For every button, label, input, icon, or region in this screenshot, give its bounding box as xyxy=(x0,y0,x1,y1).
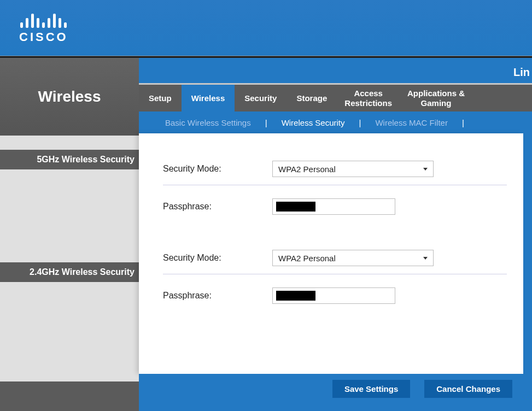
masked-value xyxy=(276,291,315,301)
page-title: Wireless xyxy=(0,58,139,136)
section-label-5ghz: 5GHz Wireless Security xyxy=(0,150,139,169)
input-5ghz-passphrase[interactable] xyxy=(272,198,395,215)
right-column: Lin Setup Wireless Security Storage Acce… xyxy=(139,58,532,411)
header: CISCO xyxy=(0,0,532,56)
cancel-changes-button[interactable]: Cancel Changes xyxy=(424,380,512,398)
chevron-down-icon xyxy=(423,168,428,171)
device-name-partial: Lin xyxy=(513,66,530,79)
label-24ghz-security-mode: Security Mode: xyxy=(163,253,272,263)
left-spacer xyxy=(0,169,139,262)
row-24ghz-passphrase: Passphrase: xyxy=(163,284,507,307)
tab-wireless[interactable]: Wireless xyxy=(182,85,235,111)
button-bar: Save Settings Cancel Changes xyxy=(139,374,532,403)
tab-security[interactable]: Security xyxy=(235,85,287,111)
tab-applications-gaming[interactable]: Applications & Gaming xyxy=(400,85,472,111)
section-label-24ghz: 2.4GHz Wireless Security xyxy=(0,262,139,282)
settings-panel: Security Mode: WPA2 Personal Passphrase: xyxy=(139,133,523,374)
left-spacer xyxy=(0,136,139,150)
tab-setup[interactable]: Setup xyxy=(139,85,182,111)
panel-wrap: Security Mode: WPA2 Personal Passphrase: xyxy=(139,133,532,411)
subnav-separator: | xyxy=(453,118,473,127)
left-column: Wireless 5GHz Wireless Security 2.4GHz W… xyxy=(0,58,139,411)
select-value: WPA2 Personal xyxy=(278,254,336,263)
subnav-separator: | xyxy=(256,118,276,127)
divider xyxy=(163,185,507,185)
masked-value xyxy=(276,202,315,212)
subnav-basic-wireless[interactable]: Basic Wireless Settings xyxy=(160,118,256,127)
divider xyxy=(163,274,507,274)
cisco-logo: CISCO xyxy=(19,13,68,43)
device-name-strip: Lin xyxy=(139,58,532,83)
save-settings-button[interactable]: Save Settings xyxy=(332,380,410,398)
row-5ghz-passphrase: Passphrase: xyxy=(163,195,507,218)
label-5ghz-security-mode: Security Mode: xyxy=(163,164,272,174)
tab-label: Wireless xyxy=(191,93,225,103)
subnav-wireless-security[interactable]: Wireless Security xyxy=(276,118,350,127)
tab-storage[interactable]: Storage xyxy=(287,85,337,111)
chevron-down-icon xyxy=(423,257,428,260)
main-tab-strip: Setup Wireless Security Storage Access R… xyxy=(139,83,532,111)
select-24ghz-security-mode[interactable]: WPA2 Personal xyxy=(272,250,434,266)
tab-access-restrictions[interactable]: Access Restrictions xyxy=(337,85,400,111)
cisco-bars-icon xyxy=(19,13,68,28)
row-24ghz-security-mode: Security Mode: WPA2 Personal xyxy=(163,246,507,269)
tab-label: Storage xyxy=(296,93,327,103)
tab-label: Security xyxy=(244,93,277,103)
tab-label: Access Restrictions xyxy=(344,89,392,108)
select-value: WPA2 Personal xyxy=(278,165,336,174)
cisco-brand-text: CISCO xyxy=(19,31,68,43)
label-24ghz-passphrase: Passphrase: xyxy=(163,291,272,301)
subnav-separator: | xyxy=(350,118,370,127)
left-bottom-bar xyxy=(0,381,139,411)
input-24ghz-passphrase[interactable] xyxy=(272,287,395,304)
tab-label: Setup xyxy=(149,93,172,103)
sub-nav: Basic Wireless Settings | Wireless Secur… xyxy=(139,111,532,133)
row-5ghz-security-mode: Security Mode: WPA2 Personal xyxy=(163,157,507,180)
tab-label: Applications & Gaming xyxy=(407,89,465,108)
select-5ghz-security-mode[interactable]: WPA2 Personal xyxy=(272,161,434,177)
label-5ghz-passphrase: Passphrase: xyxy=(163,202,272,212)
subnav-wireless-mac-filter[interactable]: Wireless MAC Filter xyxy=(370,118,453,127)
